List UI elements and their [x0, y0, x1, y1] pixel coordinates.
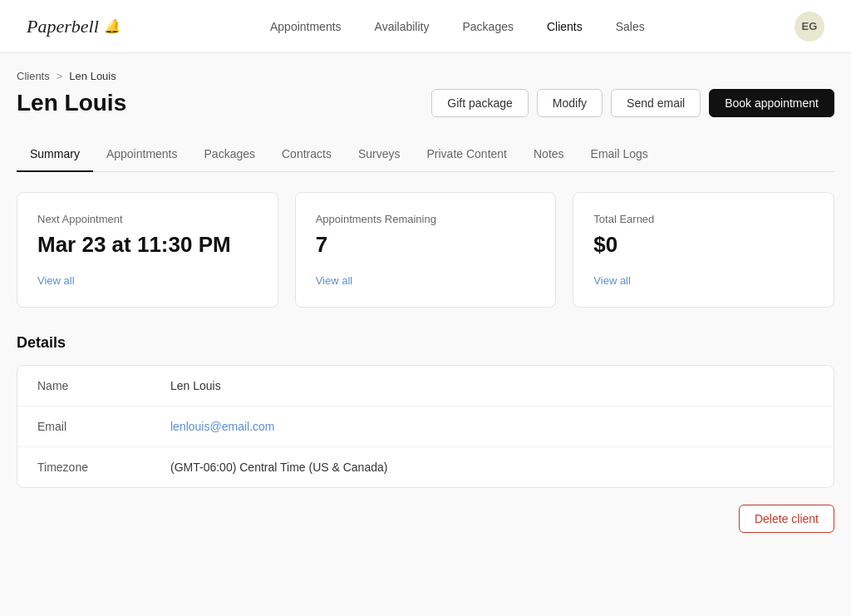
tabs: SummaryAppointmentsPackagesContractsSurv… [17, 137, 834, 172]
stat-card-1: Appointments Remaining 7 View all [295, 192, 557, 308]
tab-packages[interactable]: Packages [191, 137, 268, 172]
logo[interactable]: Paperbell 🔔 [27, 16, 121, 37]
user-avatar[interactable]: EG [794, 12, 824, 42]
tab-private-content[interactable]: Private Content [414, 137, 521, 172]
tab-notes[interactable]: Notes [520, 137, 578, 172]
tab-summary[interactable]: Summary [17, 137, 93, 172]
stat-label-2: Total Earned [593, 213, 814, 225]
detail-label-2: Timezone [37, 461, 170, 474]
detail-row-0: NameLen Louis [17, 366, 834, 407]
tab-contracts[interactable]: Contracts [268, 137, 345, 172]
nav-link-availability[interactable]: Availability [375, 20, 430, 33]
footer-actions: Delete client [17, 488, 834, 549]
detail-row-2: Timezone(GMT-06:00) Central Time (US & C… [17, 447, 834, 487]
send-email-button[interactable]: Send email [611, 89, 701, 117]
breadcrumb-separator: > [57, 70, 63, 82]
details-title: Details [17, 334, 834, 352]
main-content: Clients > Len Louis Len Louis Gift packa… [0, 53, 851, 549]
detail-value-0: Len Louis [170, 379, 221, 392]
stat-label-0: Next Appointment [37, 213, 258, 225]
navbar: Paperbell 🔔 AppointmentsAvailabilityPack… [0, 0, 851, 53]
stat-value-0: Mar 23 at 11:30 PM [37, 232, 258, 258]
stat-link-1[interactable]: View all [316, 274, 536, 287]
stat-value-1: 7 [316, 232, 536, 258]
details-section: Details NameLen LouisEmaillenlouis@email… [17, 334, 834, 488]
breadcrumb-parent[interactable]: Clients [17, 70, 50, 82]
details-table: NameLen LouisEmaillenlouis@email.comTime… [17, 365, 834, 488]
stat-value-2: $0 [593, 232, 814, 258]
stats-grid: Next Appointment Mar 23 at 11:30 PM View… [17, 192, 834, 308]
stat-card-2: Total Earned $0 View all [573, 192, 834, 308]
detail-row-1: Emaillenlouis@email.com [17, 407, 834, 447]
delete-client-button[interactable]: Delete client [739, 505, 834, 533]
logo-text: Paperbell [27, 16, 99, 37]
logo-bell: 🔔 [104, 18, 121, 34]
nav-links: AppointmentsAvailabilityPackagesClientsS… [270, 20, 645, 33]
modify-button[interactable]: Modify [537, 89, 603, 117]
nav-link-appointments[interactable]: Appointments [270, 20, 342, 33]
nav-link-packages[interactable]: Packages [462, 20, 513, 33]
tab-surveys[interactable]: Surveys [345, 137, 414, 172]
book-appointment-button[interactable]: Book appointment [709, 89, 834, 117]
stat-card-0: Next Appointment Mar 23 at 11:30 PM View… [17, 192, 278, 308]
detail-value-1[interactable]: lenlouis@email.com [170, 420, 274, 433]
nav-link-clients[interactable]: Clients [547, 20, 583, 33]
stat-link-0[interactable]: View all [37, 274, 258, 287]
detail-label-1: Email [37, 420, 170, 433]
stat-label-1: Appointments Remaining [316, 213, 536, 225]
stat-link-2[interactable]: View all [593, 274, 814, 287]
detail-label-0: Name [37, 379, 170, 392]
gift-package-button[interactable]: Gift package [431, 89, 529, 117]
page-title: Len Louis [17, 90, 126, 116]
tab-email-logs[interactable]: Email Logs [578, 137, 662, 172]
tab-appointments[interactable]: Appointments [93, 137, 191, 172]
nav-link-sales[interactable]: Sales [616, 20, 645, 33]
breadcrumb: Clients > Len Louis [17, 53, 834, 89]
header-actions: Gift package Modify Send email Book appo… [431, 89, 834, 117]
detail-value-2: (GMT-06:00) Central Time (US & Canada) [170, 461, 387, 474]
page-header: Len Louis Gift package Modify Send email… [17, 89, 834, 137]
breadcrumb-current: Len Louis [69, 70, 116, 82]
